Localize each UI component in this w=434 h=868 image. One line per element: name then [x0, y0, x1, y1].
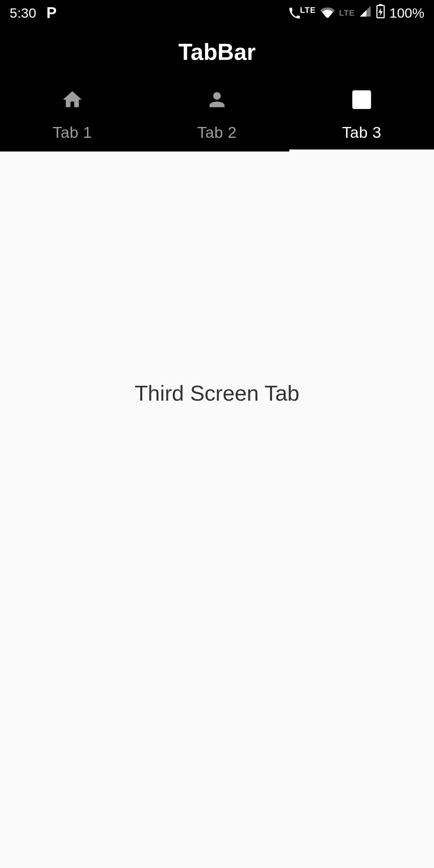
tab-1[interactable]: Tab 1	[0, 78, 145, 151]
person-icon	[206, 88, 228, 113]
lte-label-2: LTE	[339, 8, 355, 18]
svg-rect-1	[379, 4, 382, 6]
tab-bar: Tab 1 Tab 2 Tab 3	[0, 78, 434, 151]
app-bar: TabBar	[0, 26, 434, 78]
tab-indicator	[289, 149, 434, 151]
tab-3-label: Tab 3	[342, 124, 381, 141]
phone-lte-icon: LTE	[289, 7, 315, 18]
tab-content: Third Screen Tab	[0, 151, 434, 868]
tab-2-label: Tab 2	[197, 124, 237, 141]
bookmark-book-icon	[350, 88, 373, 113]
status-bar: 5:30 P LTE LTE 100%	[0, 0, 434, 26]
battery-charging-icon	[376, 4, 385, 22]
signal-icon	[359, 5, 372, 21]
battery-percent: 100%	[389, 5, 424, 21]
pandora-icon: P	[44, 6, 59, 20]
status-time: 5:30	[10, 5, 36, 21]
status-left: 5:30 P	[10, 5, 59, 21]
tab-3[interactable]: Tab 3	[289, 78, 434, 151]
status-right: LTE LTE 100%	[289, 4, 424, 22]
content-text: Third Screen Tab	[135, 381, 299, 405]
wifi-icon	[320, 5, 335, 21]
tab-1-label: Tab 1	[53, 124, 92, 141]
page-title: TabBar	[178, 39, 256, 65]
home-icon	[61, 88, 84, 113]
tab-2[interactable]: Tab 2	[145, 78, 289, 151]
lte-label-1: LTE	[300, 6, 315, 15]
